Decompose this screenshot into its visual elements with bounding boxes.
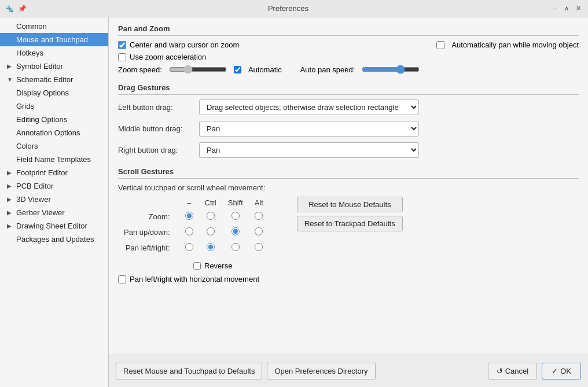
sidebar-item-3d-viewer[interactable]: ▶3D Viewer — [0, 193, 108, 206]
pan-horizontal-row: Pan left/right with horizontal movement — [118, 275, 269, 283]
cancel-button[interactable]: ↺ Cancel — [488, 363, 537, 379]
ok-button[interactable]: ✓ OK — [542, 363, 581, 379]
sidebar-item-drawing-sheet-editor[interactable]: ▶Drawing Sheet Editor — [0, 219, 108, 233]
auto-pan-speed-label: Auto pan speed: — [300, 65, 355, 74]
reverse-checkbox[interactable] — [193, 262, 201, 270]
middle-button-row: Middle button drag: Pan Zoom None — [118, 121, 579, 137]
ok-label: OK — [560, 367, 571, 375]
pan-zoom-section: Pan and Zoom Center and warp cursor on z… — [118, 24, 579, 74]
automatic-checkbox[interactable] — [234, 66, 241, 73]
scroll-cell-2-2 — [222, 240, 249, 256]
sidebar-label-display-options: Display Options — [16, 89, 69, 97]
app-icon: 🔩 — [5, 4, 14, 13]
reset-buttons: Reset to Mouse Defaults Reset to Trackpa… — [297, 197, 403, 231]
sidebar-label-colors: Colors — [16, 142, 38, 150]
scroll-cell-2-1 — [199, 240, 222, 256]
sidebar-item-common[interactable]: Common — [0, 20, 108, 33]
reset-trackpad-button[interactable]: Reset to Trackpad Defaults — [297, 216, 403, 231]
scroll-cell-0-1 — [199, 209, 222, 224]
sidebar-label-3d-viewer: 3D Viewer — [16, 195, 51, 204]
right-button-row: Right button drag: Pan Zoom None — [118, 142, 579, 158]
scroll-radio-1-1[interactable] — [207, 227, 215, 235]
minimize-button[interactable]: − — [550, 3, 560, 14]
pan-zoom-title: Pan and Zoom — [118, 24, 579, 36]
scroll-radio-1-2[interactable] — [231, 227, 240, 235]
scroll-radio-2-3[interactable] — [255, 243, 263, 251]
sidebar-label-packages-updates: Packages and Updates — [16, 235, 94, 244]
scroll-radio-0-0[interactable] — [185, 212, 193, 220]
drag-gestures-title: Drag Gestures — [118, 83, 579, 95]
open-pref-dir-button[interactable]: Open Preferences Directory — [267, 363, 375, 379]
scroll-radio-2-1[interactable] — [207, 243, 215, 251]
sidebar-item-symbol-editor[interactable]: ▶Symbol Editor — [0, 60, 108, 73]
scroll-radio-0-2[interactable] — [231, 212, 240, 220]
sidebar-item-grids[interactable]: Grids — [0, 99, 108, 113]
sidebar-item-hotkeys[interactable]: Hotkeys — [0, 46, 108, 60]
drag-gestures-section: Drag Gestures Left button drag: Drag sel… — [118, 83, 579, 158]
reset-defaults-button[interactable]: Reset Mouse and Touchpad to Defaults — [116, 363, 262, 379]
scroll-radio-0-3[interactable] — [255, 212, 263, 220]
sidebar-label-symbol-editor: Symbol Editor — [16, 62, 63, 71]
sidebar-label-field-name-templates: Field Name Templates — [16, 155, 91, 164]
col-empty — [118, 197, 179, 209]
sidebar-item-display-options[interactable]: Display Options — [0, 86, 108, 99]
window-title: Preferences — [27, 4, 550, 13]
pan-horizontal-label: Pan left/right with horizontal movement — [130, 275, 259, 283]
scroll-radio-0-1[interactable] — [207, 212, 215, 220]
scroll-cell-2-3 — [249, 240, 269, 256]
close-button[interactable]: ✕ — [573, 3, 583, 14]
sidebar-item-editing-options[interactable]: Editing Options — [0, 113, 108, 126]
col-alt-header: Alt — [249, 197, 269, 209]
sidebar-label-annotation-options: Annotation Options — [16, 128, 80, 137]
scroll-radio-1-0[interactable] — [185, 227, 193, 235]
scroll-gestures-title: Scroll Gestures — [118, 167, 579, 179]
left-button-select[interactable]: Drag selected objects; otherwise draw se… — [199, 99, 419, 115]
scroll-table: – Ctrl Shift Alt Zoom:Pan up/down:Pan le… — [118, 197, 269, 256]
right-button-select[interactable]: Pan Zoom None — [199, 142, 419, 158]
sidebar-label-mouse-touchpad: Mouse and Touchpad — [16, 35, 88, 44]
scroll-cell-1-1 — [199, 224, 222, 240]
pan-horizontal-checkbox[interactable] — [118, 275, 126, 283]
sidebar-label-footprint-editor: Footprint Editor — [16, 168, 68, 177]
scroll-radio-2-0[interactable] — [185, 243, 193, 251]
scroll-radio-2-2[interactable] — [231, 243, 240, 251]
zoom-accel-row: Use zoom acceleration — [118, 53, 579, 61]
sidebar-item-colors[interactable]: Colors — [0, 139, 108, 153]
content-area: Pan and Zoom Center and warp cursor on z… — [109, 17, 588, 387]
zoom-speed-slider[interactable] — [169, 65, 227, 74]
sidebar-label-pcb-editor: PCB Editor — [16, 182, 53, 190]
scroll-radio-1-3[interactable] — [255, 227, 263, 235]
auto-pan-checkbox[interactable] — [436, 41, 444, 49]
col-shift-header: Shift — [222, 197, 249, 209]
scroll-row-2: Pan left/right: — [118, 240, 269, 256]
expand-icon-footprint-editor: ▶ — [7, 169, 14, 176]
sidebar-item-footprint-editor[interactable]: ▶Footprint Editor — [0, 166, 108, 179]
sidebar-label-drawing-sheet-editor: Drawing Sheet Editor — [16, 222, 87, 230]
sidebar-item-packages-updates[interactable]: Packages and Updates — [0, 233, 108, 246]
middle-button-select[interactable]: Pan Zoom None — [199, 121, 419, 137]
sidebar-label-common: Common — [16, 22, 47, 31]
sidebar-label-grids: Grids — [16, 102, 34, 110]
window-controls: − ∧ ✕ — [550, 3, 583, 14]
right-button-label: Right button drag: — [118, 146, 193, 154]
sidebar-item-gerber-viewer[interactable]: ▶Gerber Viewer — [0, 206, 108, 219]
sidebar-item-mouse-touchpad[interactable]: Mouse and Touchpad — [0, 33, 108, 46]
expand-icon-symbol-editor: ▶ — [7, 63, 14, 69]
zoom-accel-checkbox[interactable] — [118, 53, 126, 61]
reset-mouse-button[interactable]: Reset to Mouse Defaults — [297, 197, 403, 212]
scroll-row-label-2: Pan left/right: — [118, 240, 179, 256]
sidebar-item-annotation-options[interactable]: Annotation Options — [0, 126, 108, 139]
bottom-bar: Reset Mouse and Touchpad to Defaults Ope… — [109, 355, 588, 387]
center-warp-checkbox[interactable] — [118, 41, 126, 49]
scroll-cell-1-0 — [179, 224, 199, 240]
sidebar-label-gerber-viewer: Gerber Viewer — [16, 208, 65, 217]
auto-pan-speed-slider[interactable] — [362, 65, 420, 74]
sidebar-item-schematic-editor[interactable]: ▼Schematic Editor — [0, 73, 108, 86]
center-warp-label: Center and warp cursor on zoom — [130, 40, 239, 49]
maximize-button[interactable]: ∧ — [561, 3, 572, 14]
sidebar-item-pcb-editor[interactable]: ▶PCB Editor — [0, 179, 108, 193]
content-scroll: Pan and Zoom Center and warp cursor on z… — [109, 17, 588, 355]
scroll-cell-1-3 — [249, 224, 269, 240]
scroll-row-1: Pan up/down: — [118, 224, 269, 240]
sidebar-item-field-name-templates[interactable]: Field Name Templates — [0, 153, 108, 166]
